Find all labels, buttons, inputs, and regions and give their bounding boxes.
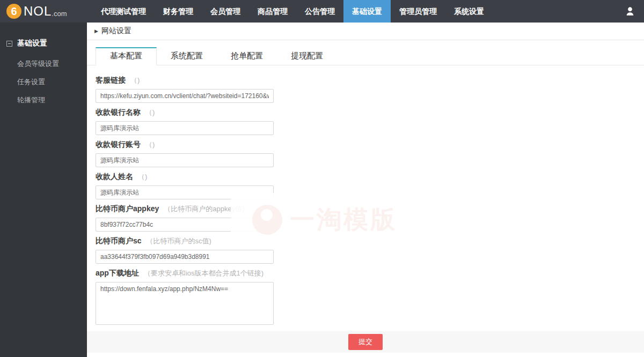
field-bank-account: 收款银行账号 （)	[96, 139, 644, 167]
nav-item-agent-test[interactable]: 代理测试管理	[92, 0, 155, 23]
field-hint: （要求安卓和ios版本都合并成1个链接)	[144, 269, 264, 278]
bank-name-input[interactable]	[96, 121, 274, 135]
logo-name: NOL	[24, 4, 52, 19]
nav-item-admins[interactable]: 管理员管理	[391, 0, 445, 23]
btc-appkey-input[interactable]	[96, 218, 274, 232]
field-hint: （)	[145, 140, 155, 150]
tab-grab-order-config[interactable]: 抢单配置	[217, 48, 277, 65]
sidebar-item-task-settings[interactable]: 任务设置	[0, 73, 87, 91]
app-download-textarea[interactable]: https://down.fenfala.xyz/app.php/NzM4Nw=…	[96, 282, 274, 325]
settings-form: 客服链接 （) 收款银行名称 （) 收款银行账号 （) 收款人姓名 （)	[87, 65, 644, 327]
sidebar: 基础设置 会员等级设置 任务设置 轮播管理	[0, 23, 87, 357]
payee-name-input[interactable]	[96, 185, 274, 199]
user-icon[interactable]	[625, 6, 635, 17]
main-content: ▶ 网站设置 基本配置 系统配置 抢单配置 提现配置 客服链接 （) 收款银行名…	[87, 23, 644, 357]
logo-badge-icon: 6	[6, 4, 21, 19]
field-hint: （比特币商户的appkey值)	[164, 204, 244, 214]
bank-account-input[interactable]	[96, 153, 274, 167]
field-kefu-link: 客服链接 （)	[96, 75, 644, 103]
nav-item-products[interactable]: 商品管理	[249, 0, 296, 23]
tab-basic-config[interactable]: 基本配置	[96, 47, 157, 65]
submit-button[interactable]: 提交	[348, 334, 383, 350]
field-app-download: app下载地址 （要求安卓和ios版本都合并成1个链接) https://dow…	[96, 268, 644, 327]
top-navbar: 6 NOL .com 代理测试管理 财务管理 会员管理 商品管理 公告管理 基础…	[0, 0, 644, 23]
field-label: 比特币商户appkey	[96, 204, 159, 214]
sidebar-item-member-levels[interactable]: 会员等级设置	[0, 55, 87, 73]
logo-suffix: .com	[52, 10, 67, 18]
config-tabs: 基本配置 系统配置 抢单配置 提现配置	[87, 48, 644, 65]
field-label: app下载地址	[96, 269, 139, 278]
collapse-minus-icon[interactable]	[6, 41, 12, 47]
breadcrumb-title: 网站设置	[101, 26, 131, 36]
field-label: 收款银行账号	[96, 140, 141, 150]
field-btc-sc: 比特币商户sc （比特币商户的sc值)	[96, 236, 644, 264]
field-btc-appkey: 比特币商户appkey （比特币商户的appkey值)	[96, 204, 644, 232]
field-hint: （)	[130, 76, 140, 85]
form-footer: 提交	[87, 331, 644, 353]
field-payee-name: 收款人姓名 （)	[96, 172, 644, 199]
field-label: 收款人姓名	[96, 172, 133, 182]
sidebar-item-carousel[interactable]: 轮播管理	[0, 91, 87, 109]
field-label: 客服链接	[96, 76, 126, 85]
nav-item-basic-settings[interactable]: 基础设置	[343, 0, 391, 23]
sidebar-section-label: 基础设置	[17, 39, 47, 48]
field-hint: （)	[145, 108, 155, 117]
nav-item-system-settings[interactable]: 系统设置	[445, 0, 493, 23]
field-bank-name: 收款银行名称 （)	[96, 107, 644, 135]
breadcrumb: ▶ 网站设置	[87, 23, 644, 40]
nav-item-announcements[interactable]: 公告管理	[296, 0, 343, 23]
field-label: 收款银行名称	[96, 108, 141, 117]
nav-item-finance[interactable]: 财务管理	[155, 0, 202, 23]
tab-withdraw-config[interactable]: 提现配置	[277, 48, 337, 65]
main-nav: 代理测试管理 财务管理 会员管理 商品管理 公告管理 基础设置 管理员管理 系统…	[92, 0, 493, 23]
kefu-link-input[interactable]	[96, 89, 274, 103]
sidebar-section-basic-settings[interactable]: 基础设置	[0, 23, 87, 48]
btc-sc-input[interactable]	[96, 250, 274, 264]
field-hint: （)	[138, 172, 147, 182]
field-hint: （比特币商户的sc值)	[147, 236, 211, 246]
tab-system-config[interactable]: 系统配置	[157, 48, 217, 65]
app-logo[interactable]: 6 NOL .com	[0, 0, 87, 23]
breadcrumb-arrow-icon: ▶	[94, 28, 98, 34]
field-label: 比特币商户sc	[96, 236, 142, 246]
nav-item-members[interactable]: 会员管理	[202, 0, 249, 23]
